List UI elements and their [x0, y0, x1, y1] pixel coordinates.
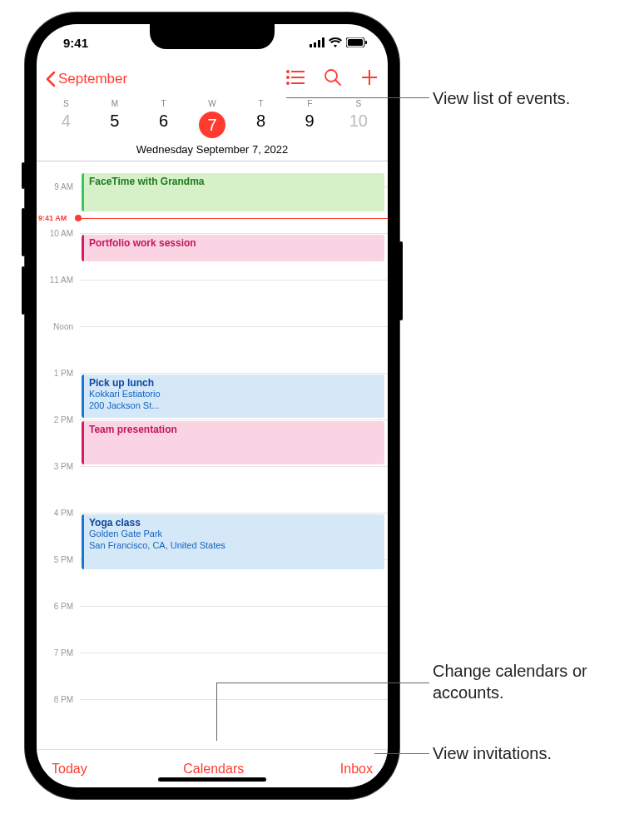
screen: 9:41 September	[37, 24, 388, 787]
svg-rect-1	[314, 42, 316, 47]
list-view-icon[interactable]	[286, 70, 305, 88]
hour-label: 5 PM	[37, 555, 77, 564]
day-letter: S	[334, 99, 383, 108]
day-letter: W	[188, 99, 237, 108]
timeline[interactable]: 9 AM 10 AM 11 AM Noon 1 PM 2 PM 3 PM 4 P…	[37, 161, 388, 749]
event-yoga-class[interactable]: Yoga class Golden Gate Park San Francisc…	[82, 514, 384, 569]
hour-label: 2 PM	[37, 415, 77, 424]
hour-label: 7 PM	[37, 648, 77, 658]
event-title: Yoga class	[89, 517, 379, 529]
notch	[150, 24, 275, 49]
event-portfolio-work[interactable]: Portfolio work session	[82, 235, 384, 261]
day-letter: M	[91, 99, 140, 108]
status-time: 9:41	[63, 36, 88, 50]
svg-rect-3	[322, 37, 324, 47]
wifi-icon	[329, 36, 342, 50]
event-pick-up-lunch[interactable]: Pick up lunch Kokkari Estiatorio 200 Jac…	[82, 375, 384, 418]
event-title: Team presentation	[89, 424, 379, 435]
event-team-presentation[interactable]: Team presentation	[82, 421, 384, 464]
hour-label: Noon	[37, 322, 77, 331]
back-button[interactable]: September	[45, 71, 127, 87]
cellular-icon	[310, 36, 324, 50]
svg-rect-2	[318, 40, 320, 47]
callout-text: Change calendars or accounts.	[433, 660, 644, 703]
volume-up-button[interactable]	[22, 208, 25, 256]
callout-line	[216, 683, 429, 683]
today-button[interactable]: Today	[52, 762, 87, 777]
svg-point-11	[286, 82, 290, 85]
selected-date-label: Wednesday September 7, 2022	[42, 143, 383, 161]
day-number-selected[interactable]: 7	[188, 112, 237, 138]
callout-text: View list of events.	[433, 87, 570, 109]
hour-label: 6 PM	[37, 602, 77, 611]
hour-label: 1 PM	[37, 369, 77, 378]
svg-rect-10	[291, 77, 305, 78]
svg-rect-0	[310, 44, 312, 47]
day-number[interactable]: 6	[139, 112, 188, 138]
hour-label: 3 PM	[37, 462, 77, 471]
add-event-icon[interactable]	[361, 69, 378, 89]
event-title: FaceTime with Grandma	[89, 176, 379, 187]
svg-rect-8	[291, 71, 305, 72]
day-number[interactable]: 9	[285, 112, 334, 138]
day-letter: T	[139, 99, 188, 108]
day-number[interactable]: 8	[236, 112, 285, 138]
callout-text: View invitations.	[433, 742, 552, 764]
hour-label: 4 PM	[37, 509, 77, 518]
inbox-button[interactable]: Inbox	[340, 762, 373, 777]
svg-rect-5	[348, 39, 363, 46]
svg-rect-12	[291, 82, 305, 84]
hour-label: 8 PM	[37, 695, 77, 704]
back-label: September	[58, 71, 127, 87]
home-indicator[interactable]	[158, 777, 266, 782]
day-letter: T	[236, 99, 285, 108]
event-title: Pick up lunch	[89, 377, 379, 389]
day-number[interactable]: 10	[334, 112, 383, 138]
now-indicator-line	[78, 218, 388, 219]
callout-line	[374, 753, 429, 754]
calendars-button[interactable]: Calendars	[183, 762, 244, 777]
callout-line	[216, 683, 217, 741]
hour-label: 9 AM	[37, 182, 77, 191]
search-icon[interactable]	[324, 69, 341, 89]
bottom-toolbar: Today Calendars Inbox	[37, 749, 388, 787]
battery-icon	[346, 36, 368, 50]
hour-label: 10 AM	[37, 229, 77, 238]
event-facetime-grandma[interactable]: FaceTime with Grandma	[82, 173, 384, 211]
svg-rect-6	[365, 41, 367, 44]
day-letter: F	[285, 99, 334, 108]
svg-point-9	[286, 76, 290, 79]
callout-line	[286, 97, 429, 98]
hour-label: 11 AM	[37, 275, 77, 285]
volume-down-button[interactable]	[22, 266, 25, 315]
day-number[interactable]: 5	[91, 112, 140, 138]
day-number[interactable]: 4	[42, 112, 91, 138]
now-indicator-label: 9:41 AM	[37, 213, 68, 223]
event-subtitle: San Francisco, CA, United States	[89, 540, 379, 551]
power-button[interactable]	[399, 241, 403, 320]
nav-bar: September	[37, 61, 388, 97]
phone-frame: 9:41 September	[25, 12, 399, 799]
event-title: Portfolio work session	[89, 237, 379, 249]
svg-point-7	[286, 70, 290, 73]
day-letter: S	[42, 99, 91, 108]
week-header: S M T W T F S 4 5 6 7 8 9 10 Wednesday S…	[37, 97, 388, 161]
svg-line-14	[335, 80, 340, 85]
week-day-letters: S M T W T F S	[42, 97, 383, 108]
week-day-numbers: 4 5 6 7 8 9 10	[42, 108, 383, 143]
event-subtitle: Golden Gate Park	[89, 529, 379, 539]
mute-switch[interactable]	[22, 162, 25, 189]
event-subtitle: Kokkari Estiatorio	[89, 389, 379, 400]
event-subtitle: 200 Jackson St...	[89, 400, 379, 411]
